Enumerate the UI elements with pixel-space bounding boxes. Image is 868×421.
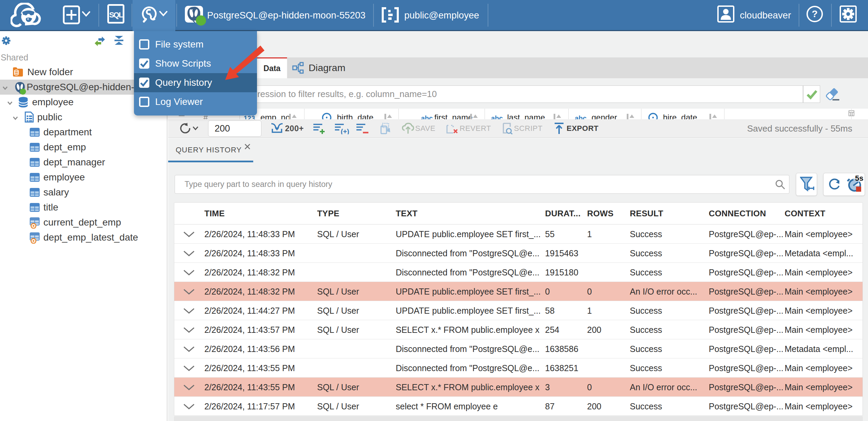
svg-text:(+): (+) [341,128,349,134]
svg-text:?: ? [812,9,817,19]
svg-text:5s: 5s [855,175,863,182]
svg-text:SQL: SQL [109,11,123,19]
